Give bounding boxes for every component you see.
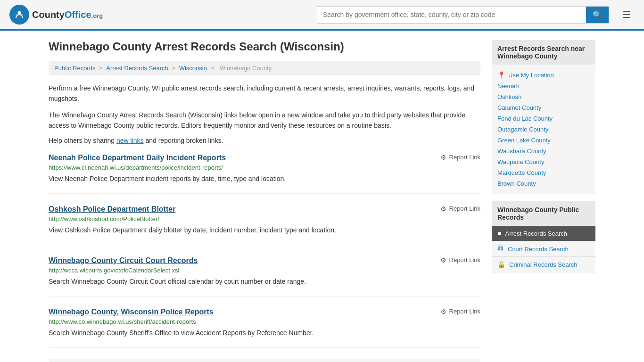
sidebar-nav-section: Winnebago County Public Records ■ Arrest… xyxy=(492,201,595,272)
description-1: Perform a free Winnebago County, WI publ… xyxy=(49,83,480,104)
breadcrumb-sep-1: > xyxy=(99,65,104,72)
find-section: Find Winnebago County Arrest Records xyxy=(49,359,480,362)
result-title-3[interactable]: Winnebago County Circuit Court Records xyxy=(49,256,198,265)
result-desc-1: View Neenah Police Department incident r… xyxy=(49,174,480,184)
breadcrumb-county: Winnebago County xyxy=(220,65,272,72)
result-url-1: https://www.ci.neenah.wi.us/departments/… xyxy=(49,164,480,171)
location-icon: 📍 xyxy=(497,71,505,79)
sidebar-link-outagamie[interactable]: Outagamie County xyxy=(497,124,590,135)
sidebar-link-waupaca[interactable]: Waupaca County xyxy=(497,156,590,167)
breadcrumb: Public Records > Arrest Records Search >… xyxy=(49,61,480,75)
sidebar-link-fond-du-lac[interactable]: Fond du Lac County xyxy=(497,113,590,124)
logo-icon xyxy=(9,5,29,25)
result-url-3: http://wcca.wicourts.gov/ctofcCalendarSe… xyxy=(49,267,480,274)
result-url-2: http://www.oshkoshpd.com/PoliceBlotter/ xyxy=(49,215,480,222)
report-icon-1: ⚙ xyxy=(440,154,446,161)
result-desc-2: View Oshkosh Police Department daily blo… xyxy=(49,225,480,235)
report-icon-2: ⚙ xyxy=(440,205,446,213)
breadcrumb-sep-2: > xyxy=(172,65,177,72)
report-link-2[interactable]: ⚙ Report Link xyxy=(440,205,480,213)
sidebar-link-marquette[interactable]: Marquette County xyxy=(497,167,590,178)
sidebar-link-brown[interactable]: Brown County xyxy=(497,178,590,189)
logo-text: CountyOffice.org xyxy=(32,9,103,20)
sidebar-nav-arrest-records[interactable]: ■ Arrest Records Search xyxy=(492,226,595,241)
criminal-records-icon: 🔒 xyxy=(497,261,505,268)
search-icon: 🔍 xyxy=(593,11,602,19)
breadcrumb-wisconsin[interactable]: Wisconsin xyxy=(179,65,207,72)
description-2: The Winnebago County Arrest Records Sear… xyxy=(49,110,480,131)
sidebar: Arrest Records Search near Winnebago Cou… xyxy=(492,40,595,362)
report-link-1[interactable]: ⚙ Report Link xyxy=(440,154,480,161)
sidebar-nav-court-records[interactable]: 🏛 Court Records Search xyxy=(492,241,595,257)
help-text: Help others by sharing new links and rep… xyxy=(49,137,480,144)
sidebar-link-oshkosh[interactable]: Oshkosh xyxy=(497,91,590,102)
search-bar: 🔍 xyxy=(317,6,609,24)
result-header-4: Winnebago County, Wisconsin Police Repor… xyxy=(49,308,480,316)
report-link-3[interactable]: ⚙ Report Link xyxy=(440,256,480,264)
result-header-3: Winnebago County Circuit Court Records ⚙… xyxy=(49,256,480,265)
result-desc-3: Search Winnebago County Circuit Court of… xyxy=(49,277,480,287)
hamburger-icon: ☰ xyxy=(622,9,631,20)
sidebar-nav-criminal-records[interactable]: 🔒 Criminal Records Search xyxy=(492,257,595,272)
result-item-4: Winnebago County, Wisconsin Police Repor… xyxy=(49,308,480,348)
content-area: Winnebago County Arrest Records Search (… xyxy=(49,40,480,362)
report-icon-4: ⚙ xyxy=(440,308,446,315)
use-my-location-link[interactable]: 📍 Use My Location xyxy=(497,69,590,81)
breadcrumb-arrest-records[interactable]: Arrest Records Search xyxy=(106,65,168,72)
search-input[interactable] xyxy=(317,7,586,22)
result-title-4[interactable]: Winnebago County, Wisconsin Police Repor… xyxy=(49,308,214,316)
main-container: Winnebago County Arrest Records Search (… xyxy=(39,31,605,362)
sidebar-link-calumet[interactable]: Calumet County xyxy=(497,102,590,113)
result-item-3: Winnebago County Circuit Court Records ⚙… xyxy=(49,256,480,296)
result-header-2: Oshkosh Police Department Blotter ⚙ Repo… xyxy=(49,205,480,214)
svg-point-3 xyxy=(21,14,23,16)
svg-point-2 xyxy=(16,14,17,16)
arrest-records-icon: ■ xyxy=(497,230,501,237)
site-header: CountyOffice.org 🔍 ☰ xyxy=(0,0,644,31)
new-links-link[interactable]: new links xyxy=(116,137,144,144)
report-link-4[interactable]: ⚙ Report Link xyxy=(440,308,480,315)
menu-button[interactable]: ☰ xyxy=(619,7,635,22)
report-icon-3: ⚙ xyxy=(440,256,446,264)
sidebar-links: 📍 Use My Location Neenah Oshkosh Calumet… xyxy=(492,65,595,194)
result-title-1[interactable]: Neenah Police Department Daily Incident … xyxy=(49,154,226,162)
court-records-icon: 🏛 xyxy=(497,245,504,253)
sidebar-nearby-title: Arrest Records Search near Winnebago Cou… xyxy=(492,40,595,65)
search-button[interactable]: 🔍 xyxy=(586,7,609,23)
result-item-2: Oshkosh Police Department Blotter ⚙ Repo… xyxy=(49,205,480,245)
breadcrumb-public-records[interactable]: Public Records xyxy=(54,65,95,72)
result-item-1: Neenah Police Department Daily Incident … xyxy=(49,154,480,194)
breadcrumb-sep-3: > xyxy=(211,65,216,72)
sidebar-nav-title: Winnebago County Public Records xyxy=(492,201,595,226)
result-title-2[interactable]: Oshkosh Police Department Blotter xyxy=(49,205,175,214)
result-desc-4: Search Winnebago County Sheriff's Office… xyxy=(49,328,480,338)
sidebar-link-waushara[interactable]: Waushara County xyxy=(497,146,590,156)
sidebar-link-neenah[interactable]: Neenah xyxy=(497,81,590,91)
logo-link[interactable]: CountyOffice.org xyxy=(9,5,103,25)
sidebar-nearby-section: Arrest Records Search near Winnebago Cou… xyxy=(492,40,595,194)
result-url-4: http://www.co.winnebago.wi.us/sheriff/ac… xyxy=(49,318,480,325)
sidebar-link-green-lake[interactable]: Green Lake County xyxy=(497,135,590,146)
page-title: Winnebago County Arrest Records Search (… xyxy=(49,40,480,53)
result-header-1: Neenah Police Department Daily Incident … xyxy=(49,154,480,162)
svg-point-1 xyxy=(18,11,21,15)
